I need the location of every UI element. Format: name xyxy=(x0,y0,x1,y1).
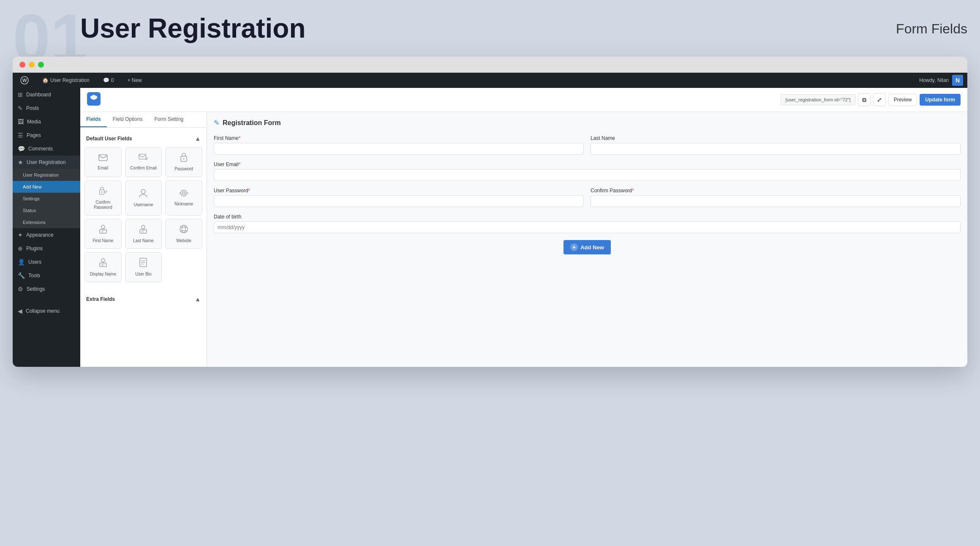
sidebar-item-tools[interactable]: 🔧 Tools xyxy=(13,269,80,282)
nickname-field-icon xyxy=(179,189,188,199)
confirm-email-field-label: Confirm Email xyxy=(130,166,157,171)
traffic-light-green[interactable] xyxy=(38,62,44,68)
section-toggle-extra[interactable]: ▲ xyxy=(195,296,201,303)
collapse-icon: ◀ xyxy=(18,308,22,314)
pages-icon: ☰ xyxy=(18,132,23,139)
extra-fields-header[interactable]: Extra Fields ▲ xyxy=(84,292,202,306)
confirm-password-input[interactable] xyxy=(591,195,961,207)
user-registration-icon: ★ xyxy=(18,159,23,166)
appearance-icon: ✦ xyxy=(18,232,23,238)
field-item-password[interactable]: Password xyxy=(165,147,202,177)
users-icon: 👤 xyxy=(18,259,25,265)
form-row-1: First Name* Last Name xyxy=(214,135,961,155)
fields-panel: Fields Field Options Form Setting Defaul… xyxy=(80,112,207,367)
default-fields-section: Default User Fields ▲ xyxy=(80,128,207,288)
sidebar-item-collapse[interactable]: ◀ Collapse menu xyxy=(13,304,80,318)
svg-point-22 xyxy=(180,225,188,233)
svg-point-6 xyxy=(183,158,185,160)
field-item-user-bio[interactable]: User Bio xyxy=(125,252,162,282)
plugin-logo-container xyxy=(87,92,101,107)
website-field-label: Website xyxy=(176,238,191,243)
sidebar-item-status[interactable]: Status xyxy=(13,205,80,216)
field-item-display-name[interactable]: Display Name xyxy=(84,252,122,282)
default-fields-header[interactable]: Default User Fields ▲ xyxy=(84,132,202,145)
first-name-input[interactable] xyxy=(214,143,584,155)
sidebar-item-extensions[interactable]: Extensions xyxy=(13,216,80,228)
section-toggle-default[interactable]: ▲ xyxy=(195,135,201,142)
last-name-input[interactable] xyxy=(591,143,961,155)
admin-bar-wp-logo[interactable]: W xyxy=(17,73,32,88)
shortcode-display[interactable]: [user_registration_form id="72"] xyxy=(781,94,855,105)
form-row-2: User Email* xyxy=(214,161,961,181)
field-item-nickname[interactable]: Nickname xyxy=(165,180,202,216)
form-field-confirm-password: Confirm Password* xyxy=(591,188,961,207)
sidebar-item-users[interactable]: 👤 Users xyxy=(13,255,80,269)
user-avatar[interactable]: N xyxy=(952,75,963,86)
field-item-confirm-password[interactable]: Confirm Password xyxy=(84,180,122,216)
svg-point-19 xyxy=(142,225,145,229)
svg-rect-18 xyxy=(140,229,147,233)
sidebar-item-settings[interactable]: ⚙ Settings xyxy=(13,282,80,296)
field-item-email[interactable]: Email xyxy=(84,147,122,177)
user-password-input[interactable] xyxy=(214,195,584,207)
lastname-field-icon xyxy=(139,224,147,236)
form-row-3: User Password* Confirm Password* xyxy=(214,188,961,207)
field-item-username[interactable]: Username xyxy=(125,180,162,216)
firstname-field-icon xyxy=(99,224,107,236)
traffic-light-red[interactable] xyxy=(19,62,25,68)
admin-bar-home[interactable]: 🏠 User Registration xyxy=(39,73,93,88)
form-header: ✎ Registration Form xyxy=(214,119,961,127)
sidebar-item-add-new[interactable]: Add New xyxy=(13,181,80,193)
update-form-button[interactable]: Update form xyxy=(920,94,961,106)
sidebar-item-posts[interactable]: ✎ Posts xyxy=(13,101,80,115)
browser-window: W 🏠 User Registration 💬 0 + New Howdy, N… xyxy=(13,57,967,367)
copy-shortcode-button[interactable]: ⧉ xyxy=(858,93,871,106)
svg-rect-26 xyxy=(100,263,106,267)
tab-field-options[interactable]: Field Options xyxy=(107,112,149,127)
tab-form-setting[interactable]: Form Setting xyxy=(148,112,189,127)
form-edit-icon: ✎ xyxy=(214,119,219,127)
traffic-light-yellow[interactable] xyxy=(29,62,35,68)
add-new-button[interactable]: + Add New xyxy=(564,240,611,254)
password-label: User Password* xyxy=(214,188,584,194)
sidebar-item-plugins[interactable]: ⊕ Plugins xyxy=(13,242,80,255)
sidebar-item-pages[interactable]: ☰ Pages xyxy=(13,128,80,142)
expand-button[interactable]: ⤢ xyxy=(873,93,886,106)
preview-button[interactable]: Preview xyxy=(888,94,917,106)
user-bio-field-label: User Bio xyxy=(135,272,151,277)
dob-input[interactable] xyxy=(214,221,961,233)
panel-tabs: Fields Field Options Form Setting xyxy=(80,112,207,128)
tab-fields[interactable]: Fields xyxy=(80,112,107,127)
add-new-label: Add New xyxy=(580,244,604,251)
sidebar-item-appearance[interactable]: ✦ Appearance xyxy=(13,228,80,242)
dob-label: Date of birth xyxy=(214,214,961,220)
field-item-confirm-email[interactable]: Confirm Email xyxy=(125,147,162,177)
user-email-input[interactable] xyxy=(214,169,961,181)
svg-point-23 xyxy=(182,225,185,233)
sidebar-item-comments[interactable]: 💬 Comments xyxy=(13,142,80,156)
form-panel: ✎ Registration Form First Name* xyxy=(207,112,967,367)
field-item-firstname[interactable]: First Name xyxy=(84,219,122,249)
svg-rect-14 xyxy=(100,229,106,233)
sidebar-item-user-reg-sub[interactable]: User Registration xyxy=(13,169,80,181)
svg-point-8 xyxy=(101,191,103,193)
svg-point-11 xyxy=(182,192,185,194)
sidebar-item-settings-sub[interactable]: Settings xyxy=(13,193,80,205)
svg-point-9 xyxy=(141,189,145,194)
form-field-lastname: Last Name xyxy=(591,135,961,155)
svg-point-27 xyxy=(101,259,105,262)
field-item-website[interactable]: Website xyxy=(165,219,202,249)
admin-bar-new[interactable]: + New xyxy=(124,73,145,88)
sidebar-item-user-registration[interactable]: ★ User Registration xyxy=(13,156,80,169)
browser-titlebar xyxy=(13,57,967,73)
field-item-lastname[interactable]: Last Name xyxy=(125,219,162,249)
svg-text:W: W xyxy=(22,78,27,83)
sidebar-item-dashboard[interactable]: ⊞ Dashboard xyxy=(13,88,80,101)
svg-point-10 xyxy=(181,190,187,196)
confirm-password-label: Confirm Password* xyxy=(591,188,961,194)
extra-fields-title: Extra Fields xyxy=(86,296,115,302)
header-actions: [user_registration_form id="72"] ⧉ ⤢ Pre… xyxy=(781,93,961,106)
svg-rect-3 xyxy=(99,155,107,161)
admin-bar-comments[interactable]: 💬 0 xyxy=(100,73,117,88)
sidebar-item-media[interactable]: 🖼 Media xyxy=(13,115,80,128)
